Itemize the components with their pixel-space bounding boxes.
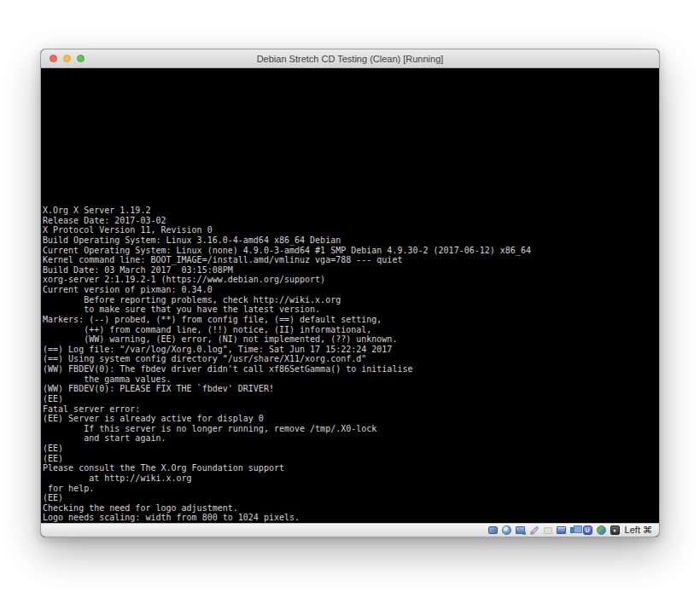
optical-drive-icon[interactable] [502, 525, 511, 535]
console-output: X.Org X Server 1.19.2 Release Date: 2017… [41, 68, 659, 523]
titlebar[interactable]: Debian Stretch CD Testing (Clean) [Runni… [41, 49, 659, 68]
mouse-integration-icon[interactable] [597, 525, 606, 535]
close-button[interactable] [50, 55, 57, 62]
host-key-label: Left ⌘ [625, 525, 652, 535]
vm-console-screen[interactable]: X.Org X Server 1.19.2 Release Date: 2017… [41, 68, 659, 523]
virtual-screens-icon[interactable] [570, 527, 577, 533]
status-icons: U▼ [488, 525, 620, 535]
minimize-button[interactable] [63, 55, 71, 62]
shared-folders-icon[interactable] [544, 527, 552, 534]
keyboard-icon[interactable]: ▼ [610, 525, 620, 535]
vm-window: Debian Stretch CD Testing (Clean) [Runni… [40, 49, 660, 537]
display-icon[interactable] [557, 526, 566, 534]
features-icon[interactable]: U [583, 525, 592, 535]
window-controls [50, 49, 85, 67]
usb-icon[interactable] [529, 525, 539, 535]
network-icon[interactable] [516, 526, 525, 534]
hard-disk-icon[interactable] [488, 526, 498, 534]
statusbar: U▼ Left ⌘ [41, 523, 659, 537]
zoom-button[interactable] [77, 55, 85, 62]
screenshot-canvas: { "window": { "title": "Debian Stretch C… [0, 0, 700, 598]
window-title: Debian Stretch CD Testing (Clean) [Runni… [257, 54, 444, 64]
